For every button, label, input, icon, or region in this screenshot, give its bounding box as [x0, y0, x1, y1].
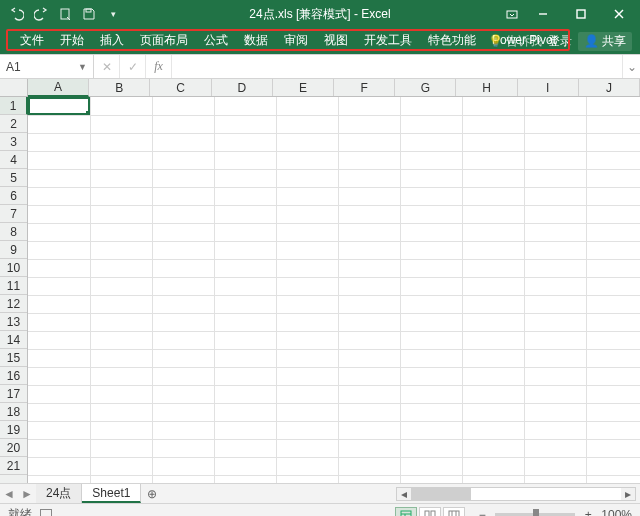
- fx-label: fx: [154, 59, 163, 74]
- tab-page-layout[interactable]: 页面布局: [132, 31, 196, 49]
- redo-icon[interactable]: [34, 7, 48, 21]
- row-header[interactable]: 4: [0, 151, 27, 169]
- name-box-dropdown-icon[interactable]: ▼: [78, 62, 87, 72]
- row-headers: 123456789101112131415161718192021: [0, 97, 28, 483]
- formula-bar-row: A1 ▼ ✕ ✓ fx ⌄: [0, 55, 640, 79]
- column-header[interactable]: A: [28, 79, 89, 97]
- hscroll-right-icon[interactable]: ▸: [621, 488, 635, 500]
- column-header[interactable]: I: [518, 79, 579, 96]
- column-header[interactable]: G: [395, 79, 456, 96]
- row-header[interactable]: 17: [0, 385, 27, 403]
- column-header[interactable]: D: [212, 79, 273, 96]
- zoom-controls: − + 100%: [475, 508, 632, 517]
- column-headers: ABCDEFGHIJ: [28, 79, 640, 97]
- row-header[interactable]: 10: [0, 259, 27, 277]
- sheet-tab-1[interactable]: Sheet1: [82, 484, 141, 503]
- row-header[interactable]: 18: [0, 403, 27, 421]
- svg-rect-4: [577, 10, 585, 18]
- tab-insert[interactable]: 插入: [92, 31, 132, 49]
- tell-me-search[interactable]: 💡 告诉我: [488, 33, 542, 50]
- column-header[interactable]: E: [273, 79, 334, 96]
- quick-access-toolbar: ▾: [0, 7, 120, 21]
- row-header[interactable]: 8: [0, 223, 27, 241]
- row-header[interactable]: 5: [0, 169, 27, 187]
- column-header[interactable]: J: [579, 79, 640, 96]
- spreadsheet-area: ABCDEFGHIJ 12345678910111213141516171819…: [0, 79, 640, 483]
- zoom-slider-knob[interactable]: [533, 509, 539, 517]
- ribbon-display-options-icon[interactable]: [502, 0, 522, 28]
- column-header[interactable]: F: [334, 79, 395, 96]
- select-all-corner[interactable]: [0, 79, 28, 97]
- row-header[interactable]: 11: [0, 277, 27, 295]
- zoom-in-button[interactable]: +: [581, 508, 595, 517]
- qat-customize-icon[interactable]: ▾: [106, 7, 120, 21]
- svg-rect-1: [86, 9, 91, 12]
- tab-home[interactable]: 开始: [52, 31, 92, 49]
- column-header[interactable]: C: [150, 79, 211, 96]
- hscroll-track[interactable]: [411, 488, 621, 500]
- print-preview-icon[interactable]: [58, 7, 72, 21]
- sheet-nav-prev-icon[interactable]: ◄: [0, 484, 18, 503]
- share-button[interactable]: 👤 共享: [578, 32, 632, 51]
- share-icon: 👤: [584, 34, 599, 48]
- tab-formulas[interactable]: 公式: [196, 31, 236, 49]
- row-header[interactable]: 7: [0, 205, 27, 223]
- active-cell[interactable]: [28, 97, 90, 115]
- tab-file[interactable]: 文件: [12, 31, 52, 49]
- row-header[interactable]: 13: [0, 313, 27, 331]
- tab-view[interactable]: 视图: [316, 31, 356, 49]
- save-icon[interactable]: [82, 7, 96, 21]
- row-header[interactable]: 6: [0, 187, 27, 205]
- row-header[interactable]: 2: [0, 115, 27, 133]
- zoom-out-button[interactable]: −: [475, 508, 489, 517]
- row-header[interactable]: 9: [0, 241, 27, 259]
- close-button[interactable]: [602, 0, 636, 28]
- maximize-button[interactable]: [564, 0, 598, 28]
- svg-rect-10: [425, 511, 429, 517]
- view-page-break-button[interactable]: [443, 507, 465, 517]
- title-app: Excel: [361, 7, 390, 21]
- tab-developer[interactable]: 开发工具: [356, 31, 420, 49]
- hscroll-thumb[interactable]: [411, 488, 471, 500]
- macro-record-icon[interactable]: [40, 509, 52, 517]
- formula-bar-input[interactable]: [172, 55, 622, 78]
- row-header[interactable]: 3: [0, 133, 27, 151]
- row-header[interactable]: 21: [0, 457, 27, 475]
- row-header[interactable]: 15: [0, 349, 27, 367]
- ribbon-tabs: 文件 开始 插入 页面布局 公式 数据 审阅 视图 开发工具 特色功能 Powe…: [0, 28, 640, 54]
- horizontal-scrollbar[interactable]: ◂ ▸: [396, 487, 636, 501]
- title-mode: [兼容模式]: [296, 7, 351, 21]
- row-header[interactable]: 19: [0, 421, 27, 439]
- column-header[interactable]: B: [89, 79, 150, 96]
- cancel-formula-icon: ✕: [94, 55, 120, 78]
- insert-function-button[interactable]: fx: [146, 55, 172, 78]
- name-box[interactable]: A1 ▼: [0, 55, 94, 78]
- row-header[interactable]: 14: [0, 331, 27, 349]
- svg-rect-2: [507, 11, 517, 18]
- undo-icon[interactable]: [10, 7, 24, 21]
- sheet-nav-next-icon[interactable]: ►: [18, 484, 36, 503]
- hscroll-left-icon[interactable]: ◂: [397, 488, 411, 500]
- cell-grid[interactable]: [28, 97, 640, 483]
- row-header[interactable]: 16: [0, 367, 27, 385]
- svg-rect-11: [431, 511, 435, 517]
- zoom-level[interactable]: 100%: [601, 508, 632, 517]
- row-header[interactable]: 1: [0, 97, 28, 115]
- formula-bar-tools: ✕ ✓ fx: [94, 55, 172, 78]
- tell-me-label: 告诉我: [506, 33, 542, 50]
- tab-special[interactable]: 特色功能: [420, 31, 484, 49]
- title-filename: 24点.xls: [249, 7, 292, 21]
- column-header[interactable]: H: [456, 79, 517, 96]
- enter-formula-icon: ✓: [120, 55, 146, 78]
- tab-data[interactable]: 数据: [236, 31, 276, 49]
- view-normal-button[interactable]: [395, 507, 417, 517]
- view-page-layout-button[interactable]: [419, 507, 441, 517]
- expand-formula-bar-icon[interactable]: ⌄: [622, 55, 640, 78]
- new-sheet-button[interactable]: ⊕: [141, 487, 163, 501]
- sheet-tab-0[interactable]: 24点: [36, 484, 82, 503]
- minimize-button[interactable]: [526, 0, 560, 28]
- row-header[interactable]: 20: [0, 439, 27, 457]
- row-header[interactable]: 12: [0, 295, 27, 313]
- zoom-slider[interactable]: [495, 513, 575, 517]
- tab-review[interactable]: 审阅: [276, 31, 316, 49]
